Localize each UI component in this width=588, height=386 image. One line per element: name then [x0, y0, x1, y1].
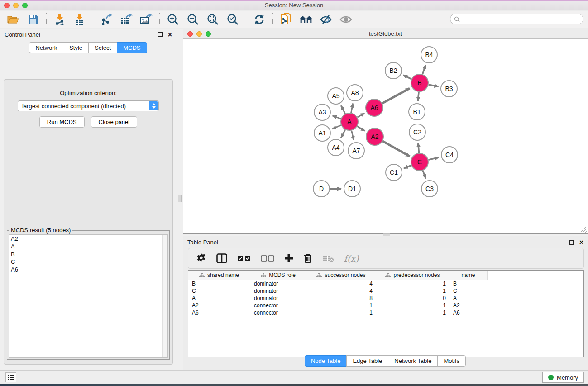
- deselect-all-rows-icon[interactable]: [261, 255, 274, 262]
- graph-node-label: C4: [445, 151, 454, 158]
- vertical-split-handle[interactable]: [178, 195, 182, 202]
- float-table-panel-icon[interactable]: [569, 240, 574, 245]
- table-cell: connector: [250, 302, 306, 309]
- graph-edge-A-A8[interactable]: [351, 104, 353, 113]
- column-header-MCDS-role[interactable]: MCDS role: [250, 271, 306, 280]
- refresh-network-icon[interactable]: [253, 13, 266, 26]
- graph-edge-A-A6[interactable]: [357, 113, 364, 117]
- graph-edge-A6-B[interactable]: [382, 88, 410, 103]
- save-session-icon[interactable]: [26, 13, 40, 26]
- table-row[interactable]: Adominator80A: [188, 295, 583, 302]
- search-input[interactable]: [462, 15, 583, 23]
- table-cell: A2: [188, 302, 250, 309]
- column-header-shared-name[interactable]: shared name: [188, 271, 250, 280]
- tab-mcds[interactable]: MCDS: [117, 42, 147, 53]
- list-icon: [8, 375, 14, 380]
- memory-button[interactable]: Memory: [542, 372, 584, 383]
- import-network-icon[interactable]: [53, 13, 67, 26]
- graph-edge-C-C1[interactable]: [404, 165, 411, 168]
- show-graphics-eye-icon[interactable]: [339, 13, 353, 26]
- table-toolbar: f(x): [188, 248, 584, 269]
- import-table-icon[interactable]: [73, 13, 86, 26]
- float-panel-icon[interactable]: [158, 32, 163, 37]
- graph-edge-C-C2[interactable]: [418, 143, 419, 153]
- table-cell: A6: [188, 310, 250, 316]
- graph-edge-B-B1[interactable]: [418, 92, 419, 101]
- graph-edge-A-A7[interactable]: [352, 130, 354, 140]
- select-columns-icon[interactable]: [216, 253, 227, 263]
- tab-select[interactable]: Select: [88, 42, 117, 53]
- graph-edge-C-C3[interactable]: [423, 171, 426, 179]
- graph-edge-B-B3[interactable]: [429, 85, 439, 86]
- table-cell: C: [188, 288, 250, 294]
- delete-column-trash-icon[interactable]: [303, 253, 312, 263]
- function-builder-icon[interactable]: f(x): [344, 253, 359, 263]
- table-cell: 0: [376, 295, 449, 301]
- open-file-icon[interactable]: [6, 13, 20, 26]
- graph-edge-A-A3[interactable]: [333, 116, 341, 119]
- horizontal-split-handle[interactable]: [383, 233, 390, 236]
- table-row[interactable]: Cdominator41C: [188, 287, 583, 295]
- graph-edge-A-A1[interactable]: [332, 125, 341, 129]
- column-header-successor-nodes[interactable]: successor nodes: [306, 271, 376, 280]
- close-panel-button[interactable]: Close panel: [91, 116, 138, 128]
- result-list-item[interactable]: B: [9, 250, 167, 258]
- graph-edge-A-A4[interactable]: [341, 130, 345, 138]
- graph-edge-B-B4[interactable]: [422, 65, 425, 74]
- result-scrollbar[interactable]: [162, 235, 167, 357]
- column-header-name[interactable]: name: [449, 271, 488, 280]
- result-list-item[interactable]: A2: [9, 235, 167, 243]
- clone-network-icon[interactable]: [279, 13, 293, 26]
- mcds-result-list[interactable]: A2ABCA6: [9, 234, 168, 358]
- network-graph[interactable]: B4B2BB3A8A5A6A3B1AC2A1A2A4A7C4CC1C3DD1: [183, 39, 588, 233]
- graph-edge-C-C4[interactable]: [428, 157, 439, 160]
- result-list-item[interactable]: A6: [9, 266, 167, 273]
- run-mcds-button[interactable]: Run MCDS: [39, 116, 85, 128]
- graph-edge-A-A5[interactable]: [341, 105, 345, 114]
- select-all-rows-icon[interactable]: [237, 255, 251, 262]
- delete-table-icon[interactable]: [322, 254, 334, 262]
- search-box[interactable]: [450, 14, 583, 24]
- tab-node-table[interactable]: Node Table: [305, 355, 347, 367]
- export-image-icon[interactable]: [139, 13, 153, 26]
- tab-motifs[interactable]: Motifs: [437, 355, 466, 367]
- network-canvas[interactable]: B4B2BB3A8A5A6A3B1AC2A1A2A4A7C4CC1C3DD1: [183, 39, 588, 233]
- zoom-in-icon[interactable]: [166, 13, 180, 26]
- column-header-label: predecessor nodes: [393, 272, 440, 278]
- hide-panels-eye-slash-icon[interactable]: [319, 13, 333, 26]
- desktop-background-strip: [0, 384, 588, 386]
- close-panel-icon[interactable]: ×: [168, 32, 172, 37]
- close-table-panel-icon[interactable]: ×: [579, 240, 583, 245]
- result-list-item[interactable]: C: [9, 258, 167, 266]
- memory-status-icon: [548, 375, 554, 380]
- table-row[interactable]: A2connector11A2: [188, 302, 583, 309]
- tab-network-table[interactable]: Network Table: [388, 355, 438, 367]
- optimization-criterion-select[interactable]: largest connected component (directed): [18, 100, 159, 111]
- graph-edge-B-B2[interactable]: [403, 75, 411, 79]
- table-cell: 1: [376, 302, 449, 309]
- column-header-predecessor-nodes[interactable]: predecessor nodes: [376, 271, 449, 280]
- tab-style[interactable]: Style: [63, 42, 89, 53]
- table-row[interactable]: Bdominator41B: [188, 280, 583, 287]
- resize-grip-icon[interactable]: [581, 227, 587, 233]
- node-table[interactable]: shared nameMCDS rolesuccessor nodesprede…: [188, 270, 584, 357]
- export-network-icon[interactable]: [100, 13, 113, 26]
- zoom-fit-icon[interactable]: [206, 13, 220, 26]
- graph-node-label: A3: [318, 109, 326, 116]
- home-icon[interactable]: [299, 13, 313, 26]
- zoom-out-icon[interactable]: [186, 13, 200, 26]
- graph-edge-A2-C[interactable]: [382, 141, 410, 157]
- tab-network[interactable]: Network: [29, 42, 63, 53]
- vertical-split-divider[interactable]: [177, 29, 183, 370]
- show-panel-list-button[interactable]: [5, 372, 16, 382]
- network-window-titlebar[interactable]: testGlobe.txt: [183, 29, 588, 39]
- result-list-item[interactable]: A: [9, 243, 167, 250]
- export-table-icon[interactable]: [120, 13, 133, 26]
- add-column-plus-icon[interactable]: [284, 254, 293, 263]
- table-cell: dominator: [250, 281, 306, 287]
- graph-edge-A-A2[interactable]: [357, 126, 365, 131]
- table-settings-gear-icon[interactable]: [196, 253, 206, 263]
- zoom-selected-icon[interactable]: [226, 13, 239, 26]
- tab-edge-table[interactable]: Edge Table: [346, 355, 388, 367]
- table-row[interactable]: A6connector11A6: [188, 309, 583, 316]
